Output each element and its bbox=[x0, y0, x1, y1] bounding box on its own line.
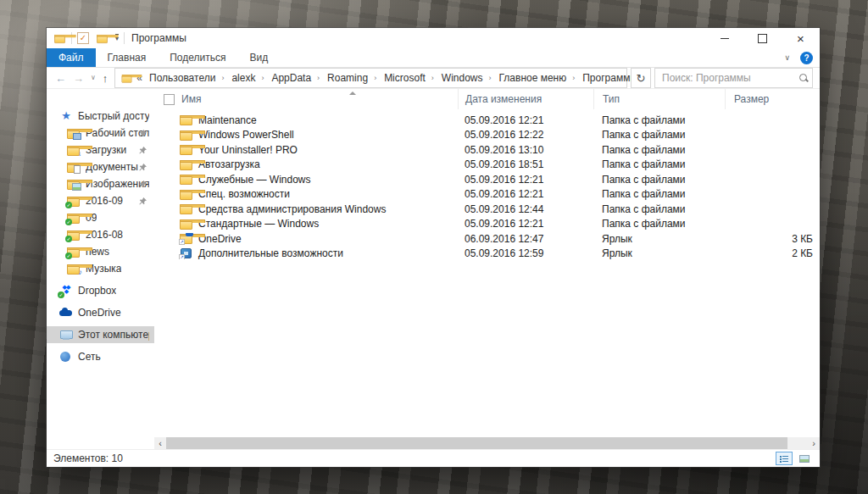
sidebar-item-dropbox[interactable]: ✓ ◆◆◆ ★ Dropbox bbox=[47, 282, 154, 299]
breadcrumb-label: Roaming bbox=[324, 72, 371, 84]
file-row[interactable]: ↗ Windows PowerShell 05.09.2016 12:22 Па… bbox=[154, 128, 820, 143]
forward-button[interactable]: → bbox=[73, 73, 84, 84]
breadcrumb-separator-icon: › bbox=[371, 74, 379, 82]
file-date-cell: 05.09.2016 12:21 bbox=[458, 188, 593, 200]
breadcrumb-item-roaming[interactable]: Roaming› bbox=[324, 72, 379, 84]
column-header-date-modified[interactable]: Дата изменения bbox=[458, 89, 593, 109]
scroll-right-icon[interactable]: › bbox=[808, 437, 820, 449]
file-row[interactable]: ↗ Дополнительные возможности 05.09.2016 … bbox=[154, 247, 820, 262]
folder-icon: ↗ bbox=[180, 130, 192, 141]
horizontal-scrollbar[interactable]: ‹ › bbox=[154, 437, 820, 449]
sidebar-item-desktop[interactable]: ✓ ◆◆◆ ★ Рабочий стол bbox=[47, 125, 154, 142]
scrollbar-thumb[interactable] bbox=[166, 437, 787, 449]
file-name-cell: ↗ Дополнительные возможности bbox=[154, 247, 458, 259]
column-header-size[interactable]: Размер bbox=[725, 89, 820, 109]
sidebar-item-label: OneDrive bbox=[78, 307, 121, 319]
help-button[interactable]: ? bbox=[800, 52, 813, 64]
sidebar-item-onedrive[interactable]: ✓ ◆◆◆ ★ OneDrive bbox=[47, 304, 154, 321]
file-row[interactable]: ↗ OneDrive 06.09.2016 12:47 Ярлык 3 КБ bbox=[154, 231, 820, 247]
file-row[interactable]: ↗ Maintenance 05.09.2016 12:21 Папка с ф… bbox=[154, 113, 820, 128]
file-name-label: Your Uninstaller! PRO bbox=[198, 144, 298, 156]
breadcrumb-item-start-menu[interactable]: Главное меню› bbox=[496, 72, 578, 84]
properties-check-icon[interactable]: ✓ bbox=[77, 32, 89, 44]
file-name-label: Средства администрирования Windows bbox=[198, 203, 386, 215]
tab-view[interactable]: Вид bbox=[237, 48, 280, 67]
scroll-left-icon[interactable]: ‹ bbox=[154, 437, 166, 449]
sidebar-item-label: Быстрый доступ bbox=[78, 110, 149, 122]
up-button[interactable]: ↑ bbox=[103, 73, 108, 84]
minimize-button[interactable] bbox=[705, 28, 743, 48]
sidebar-item-pictures[interactable]: ✓ ◆◆◆ ★ Изображения bbox=[47, 175, 154, 192]
breadcrumb[interactable]: « Пользователи›alexk›AppData›Roaming›Mic… bbox=[114, 68, 627, 88]
breadcrumb-item-microsoft[interactable]: Microsoft› bbox=[381, 72, 437, 84]
file-name-cell: ↗ Windows PowerShell bbox=[154, 129, 458, 141]
close-button[interactable]: × bbox=[782, 28, 820, 48]
features-shortcut-icon: ↗ bbox=[180, 248, 192, 259]
ribbon-tab-bar: ФайлГлавнаяПоделитьсяВид ∨ ? bbox=[47, 48, 820, 68]
close-icon: × bbox=[797, 32, 804, 45]
thumbnails-view-button[interactable] bbox=[796, 452, 813, 465]
recent-locations-chevron-icon[interactable]: ∨ bbox=[91, 75, 96, 81]
sidebar-item-news[interactable]: ✓ ◆◆◆ ★ news bbox=[47, 243, 154, 260]
select-all-checkbox[interactable] bbox=[164, 94, 175, 105]
details-view-button[interactable] bbox=[776, 452, 793, 465]
address-folder-icon bbox=[122, 74, 132, 82]
search-input[interactable] bbox=[660, 71, 798, 85]
file-size-cell: 2 КБ bbox=[725, 247, 820, 259]
search-box bbox=[654, 68, 813, 88]
sidebar-item-network[interactable]: ✓ ◆◆◆ ★ Сеть bbox=[47, 348, 154, 365]
quick-access-toolbar: ✓ ▾ bbox=[77, 32, 119, 44]
sidebar-item-downloads[interactable]: ✓ ◆◆◆ ★ Загрузки bbox=[47, 142, 154, 158]
column-header-type[interactable]: Тип bbox=[593, 89, 725, 109]
title-bar[interactable]: ✓ ▾ Программы × bbox=[47, 28, 820, 48]
sort-ascending-icon[interactable] bbox=[349, 92, 356, 95]
maximize-button[interactable] bbox=[743, 28, 782, 48]
breadcrumb-item-appdata[interactable]: AppData› bbox=[268, 72, 322, 84]
file-row[interactable]: ↗ Средства администрирования Windows 05.… bbox=[154, 202, 820, 217]
breadcrumb-item-users[interactable]: Пользователи› bbox=[146, 72, 226, 84]
tab-share[interactable]: Поделиться bbox=[158, 48, 237, 67]
maximize-icon bbox=[758, 34, 767, 43]
sidebar-item-documents[interactable]: ✓ ◆◆◆ ★ Документы bbox=[47, 158, 154, 175]
new-folder-icon[interactable] bbox=[97, 33, 108, 42]
sidebar-item-music[interactable]: ✓ ◆◆◆ ★ Музыка bbox=[47, 260, 154, 277]
column-header-label: Дата изменения bbox=[465, 93, 542, 105]
expand-ribbon-chevron-icon[interactable]: ∨ bbox=[784, 53, 790, 62]
sidebar-item-09[interactable]: ✓ ◆◆◆ ★ 09 bbox=[47, 209, 154, 226]
file-date-cell: 05.09.2016 12:21 bbox=[458, 174, 593, 186]
file-name-cell: ↗ OneDrive bbox=[154, 233, 458, 245]
sidebar-item-label: Документы bbox=[86, 161, 138, 173]
pin-icon bbox=[139, 180, 147, 188]
folder-synced-icon: ✓ ◆◆◆ ★ bbox=[67, 195, 81, 207]
file-date-cell: 05.09.2016 12:59 bbox=[458, 247, 593, 259]
file-row[interactable]: ↗ Стандартные — Windows 05.09.2016 12:21… bbox=[154, 217, 820, 232]
refresh-button[interactable]: ↻ bbox=[631, 68, 651, 88]
sidebar-item-2016-09[interactable]: ✓ ◆◆◆ ★ 2016-09 bbox=[47, 192, 154, 209]
sidebar-item-this-pc[interactable]: ✓ ◆◆◆ ★ Этот компьютер bbox=[47, 326, 154, 343]
file-list-pane: Имя Дата изменения Тип Размер bbox=[154, 89, 820, 449]
folder-icon: ↗ bbox=[180, 219, 192, 230]
sidebar-item-quick-access[interactable]: ✓ ◆◆◆ ★ Быстрый доступ bbox=[47, 108, 154, 125]
tab-home[interactable]: Главная bbox=[96, 48, 159, 67]
file-row[interactable]: ↗ Служебные — Windows 05.09.2016 12:21 П… bbox=[154, 172, 820, 187]
pin-icon bbox=[139, 197, 147, 205]
search-icon[interactable] bbox=[798, 73, 809, 83]
folder-icon: ↗ bbox=[180, 174, 192, 185]
breadcrumb-item-windows[interactable]: Windows› bbox=[438, 72, 494, 84]
breadcrumb-item-alexk[interactable]: alexk› bbox=[228, 72, 266, 84]
sidebar-item-label: Dropbox bbox=[78, 285, 116, 297]
tab-file[interactable]: Файл bbox=[47, 48, 96, 67]
breadcrumb-overflow-indicator[interactable]: « bbox=[136, 72, 144, 84]
sidebar-item-2016-08[interactable]: ✓ ◆◆◆ ★ 2016-08 bbox=[47, 226, 154, 243]
file-row[interactable]: ↗ Спец. возможности 05.09.2016 12:21 Пап… bbox=[154, 187, 820, 203]
column-header-name[interactable]: Имя bbox=[154, 89, 458, 109]
file-name-label: Дополнительные возможности bbox=[198, 247, 343, 259]
file-row[interactable]: ↗ Автозагрузка 05.09.2016 18:51 Папка с … bbox=[154, 158, 820, 173]
breadcrumb-label: Главное меню bbox=[496, 72, 570, 84]
minimize-icon bbox=[721, 38, 729, 39]
back-button[interactable]: ← bbox=[55, 73, 66, 84]
folder-music-icon: ✓ ◆◆◆ ★ bbox=[67, 263, 81, 275]
file-row[interactable]: ↗ Your Uninstaller! PRO 05.09.2016 13:10… bbox=[154, 142, 820, 158]
folder-desktop-icon: ✓ ◆◆◆ ★ bbox=[67, 127, 81, 139]
pin-icon bbox=[139, 147, 147, 154]
